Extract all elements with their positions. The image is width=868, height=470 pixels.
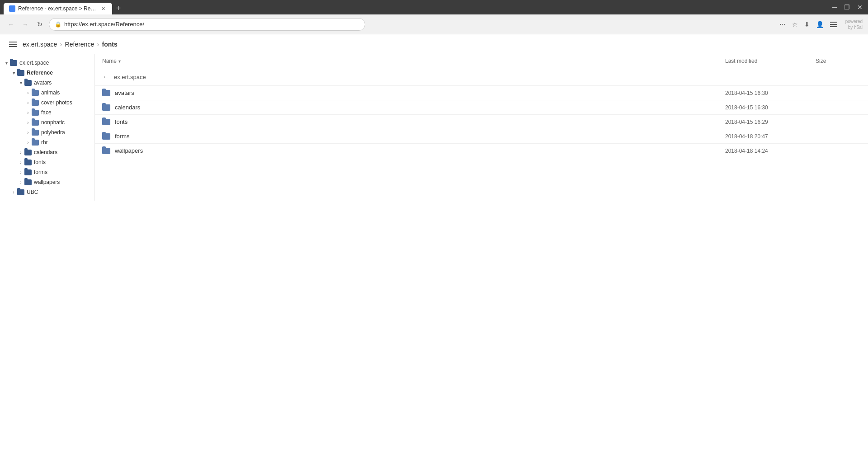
tab-title: Reference - ex.ert.space > Refe... <box>18 5 97 12</box>
sidebar-item-avatars[interactable]: avatars <box>0 78 94 88</box>
toggle-wallpapers[interactable] <box>17 179 24 186</box>
tab-close-button[interactable]: ✕ <box>99 5 107 12</box>
star-icon[interactable]: ☆ <box>790 19 800 30</box>
sidebar-label-face: face <box>41 109 52 116</box>
file-row-calendars[interactable]: calendars 2018-04-15 16:30 <box>95 100 868 115</box>
sidebar-label-fonts: fonts <box>34 159 46 165</box>
back-arrow-icon: ← <box>102 73 109 81</box>
toggle-fonts[interactable] <box>17 159 24 166</box>
breadcrumb: ex.ert.space › Reference › fonts <box>23 40 118 48</box>
sidebar-label-animals: animals <box>41 89 60 96</box>
folder-icon-ubc <box>17 189 24 195</box>
sidebar-label-nonphatic: nonphatic <box>41 119 65 126</box>
toggle-avatars[interactable] <box>17 79 24 86</box>
file-row-wallpapers[interactable]: wallpapers 2018-04-18 14:24 <box>95 144 868 158</box>
powered-by: powered by h5ai <box>845 19 863 30</box>
window-controls: ─ ❐ ✕ <box>830 3 864 12</box>
sidebar-item-animals[interactable]: animals <box>0 88 94 98</box>
folder-icon-file-avatars <box>102 90 110 96</box>
back-navigation-row[interactable]: ← ex.ert.space <box>95 68 868 86</box>
file-row-avatars[interactable]: avatars 2018-04-15 16:30 <box>95 86 868 100</box>
toggle-polyhedra[interactable] <box>24 129 32 136</box>
file-row-forms[interactable]: forms 2018-04-18 20:47 <box>95 129 868 144</box>
folder-icon-forms <box>24 169 32 175</box>
file-name-calendars: calendars <box>102 104 725 111</box>
toggle-coverphotos[interactable] <box>24 99 32 106</box>
sidebar: ex.ert.space Reference avatars animals c… <box>0 54 95 201</box>
breadcrumb-current: fonts <box>102 41 118 48</box>
file-name-fonts: fonts <box>102 118 725 125</box>
toggle-calendars[interactable] <box>17 149 24 156</box>
sidebar-item-wallpapers[interactable]: wallpapers <box>0 177 94 187</box>
forward-button[interactable]: → <box>20 19 31 30</box>
toggle-face[interactable] <box>24 109 32 116</box>
breadcrumb-home[interactable]: ex.ert.space <box>23 41 57 48</box>
sidebar-label-polyhedra: polyhedra <box>41 129 65 136</box>
toggle-rhr[interactable] <box>24 139 32 146</box>
breadcrumb-reference[interactable]: Reference <box>65 41 94 48</box>
file-row-fonts[interactable]: fonts 2018-04-15 16:29 <box>95 115 868 129</box>
folder-icon-calendars <box>24 150 32 155</box>
sidebar-item-coverphotos[interactable]: cover photos <box>0 98 94 108</box>
column-name[interactable]: Name ▾ <box>102 58 725 64</box>
refresh-button[interactable]: ↻ <box>34 19 45 30</box>
close-button[interactable]: ✕ <box>855 3 864 12</box>
folder-icon-file-calendars <box>102 104 110 111</box>
back-label: ex.ert.space <box>114 74 146 80</box>
folder-icon-wallpapers <box>24 179 32 185</box>
file-date-fonts: 2018-04-15 16:29 <box>725 119 816 125</box>
tab-favicon <box>9 5 15 12</box>
folder-icon-file-fonts <box>102 119 110 125</box>
url-box[interactable]: 🔒 https://ex.ert.space/Reference/ <box>49 18 365 31</box>
profile-icon[interactable]: 👤 <box>814 19 826 30</box>
restore-button[interactable]: ❐ <box>842 3 852 12</box>
file-date-avatars: 2018-04-15 16:30 <box>725 90 816 96</box>
new-tab-button[interactable]: + <box>112 2 125 14</box>
sidebar-item-fonts[interactable]: fonts <box>0 157 94 167</box>
sidebar-item-reference[interactable]: Reference <box>0 68 94 78</box>
sidebar-label-exert: ex.ert.space <box>19 60 49 66</box>
sidebar-item-nonphatic[interactable]: nonphatic <box>0 118 94 127</box>
sort-arrow-icon: ▾ <box>118 59 121 64</box>
breadcrumb-sep-1: › <box>60 40 62 48</box>
file-name-wallpapers: wallpapers <box>102 147 725 154</box>
download-icon[interactable]: ⬇ <box>802 19 811 30</box>
active-tab[interactable]: Reference - ex.ert.space > Refe... ✕ <box>4 3 112 14</box>
folder-icon-animals <box>32 90 39 96</box>
sidebar-item-face[interactable]: face <box>0 108 94 118</box>
sidebar-item-ubc[interactable]: UBC <box>0 187 94 197</box>
file-browser: Name ▾ Last modified Size ← ex.ert.space… <box>95 54 868 201</box>
back-button[interactable]: ← <box>5 19 16 30</box>
folder-icon-rhr <box>32 140 39 146</box>
toggle-nonphatic[interactable] <box>24 119 32 126</box>
folder-icon-reference <box>17 70 24 76</box>
column-last-modified: Last modified <box>725 58 816 64</box>
sidebar-item-forms[interactable]: forms <box>0 167 94 177</box>
sidebar-item-calendars[interactable]: calendars <box>0 147 94 157</box>
sidebar-label-avatars: avatars <box>34 80 52 86</box>
title-bar: Reference - ex.ert.space > Refe... ✕ + ─… <box>0 0 868 14</box>
url-text: https://ex.ert.space/Reference/ <box>64 21 359 28</box>
sidebar-item-rhr[interactable]: rhr <box>0 137 94 147</box>
hamburger-menu[interactable] <box>7 40 19 49</box>
sidebar-label-rhr: rhr <box>41 139 48 146</box>
toggle-exert[interactable] <box>3 59 10 66</box>
extensions-icon[interactable]: ⋯ <box>778 19 788 30</box>
folder-icon-coverphotos <box>32 100 39 106</box>
address-bar: ← → ↻ 🔒 https://ex.ert.space/Reference/ … <box>0 14 868 34</box>
toggle-forms[interactable] <box>17 169 24 176</box>
sidebar-label-forms: forms <box>34 169 47 175</box>
folder-icon-nonphatic <box>32 120 39 126</box>
minimize-button[interactable]: ─ <box>830 3 839 12</box>
breadcrumb-sep-2: › <box>97 40 99 48</box>
toggle-ubc[interactable] <box>10 188 17 196</box>
sidebar-item-polyhedra[interactable]: polyhedra <box>0 127 94 137</box>
sidebar-item-exert[interactable]: ex.ert.space <box>0 58 94 68</box>
folder-icon-file-forms <box>102 133 110 140</box>
toggle-animals[interactable] <box>24 89 32 96</box>
sidebar-label-wallpapers: wallpapers <box>34 179 60 185</box>
browser-menu-button[interactable] <box>828 20 839 29</box>
toggle-reference[interactable] <box>10 69 17 76</box>
column-size: Size <box>816 58 861 64</box>
folder-icon-avatars <box>24 80 32 86</box>
